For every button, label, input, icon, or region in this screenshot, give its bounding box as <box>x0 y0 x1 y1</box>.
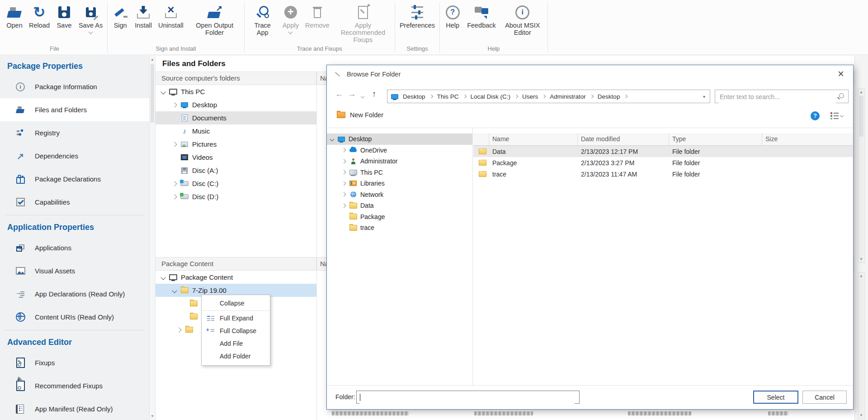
install-button[interactable]: Install <box>132 2 155 29</box>
view-dropdown-icon[interactable] <box>840 114 844 117</box>
icon-column-header[interactable] <box>473 133 489 145</box>
sign-button[interactable]: Sign <box>109 2 132 29</box>
dialog-tree-item-data[interactable]: Data <box>327 200 472 211</box>
chevron-expanded-icon[interactable] <box>172 288 177 293</box>
search-icon[interactable] <box>839 93 844 98</box>
chevron-collapsed-icon[interactable] <box>342 148 346 153</box>
dialog-tree-item-package[interactable]: Package <box>327 211 472 223</box>
menu-item-full-collapse[interactable]: Full Collapse <box>202 325 270 337</box>
help-button[interactable]: Help <box>441 2 464 29</box>
dialog-tree-item-desktop[interactable]: Desktop <box>327 134 472 145</box>
sidebar-item-package-declarations[interactable]: Package Declarations <box>0 167 149 191</box>
chevron-down-icon[interactable] <box>288 30 293 34</box>
menu-item-collapse[interactable]: Collapse <box>202 297 270 310</box>
sidebar-item-app-declarations[interactable]: App Declarations (Read Only) <box>0 282 149 305</box>
apply-button[interactable]: Apply <box>279 2 302 34</box>
menu-item-add-folder[interactable]: Add Folder <box>202 350 270 363</box>
file-row-package[interactable]: Package 2/13/2023 3:27 PM File folder <box>473 157 853 168</box>
sidebar-item-fixups[interactable]: Fixups <box>0 351 149 374</box>
breadcrumb-arrow-icon[interactable] <box>514 95 518 98</box>
tree-item-videos[interactable]: Videos <box>156 151 316 164</box>
help-icon[interactable] <box>811 111 820 120</box>
window-right-scrollbar[interactable]: ▲ ▼ ▲ ▼ <box>854 56 868 420</box>
column-header-type[interactable]: Type <box>669 133 762 145</box>
chevron-expanded-icon[interactable] <box>160 275 165 280</box>
file-row-data[interactable]: Data 2/13/2023 12:17 PM File folder <box>473 146 853 157</box>
open-button[interactable]: Open <box>3 2 26 29</box>
sidebar-item-package-information[interactable]: Package Information <box>0 75 149 98</box>
address-bar[interactable]: Desktop This PC Local Disk (C:) Users Ad… <box>387 90 710 103</box>
chevron-collapsed-icon[interactable] <box>342 192 346 197</box>
forward-arrow-icon[interactable]: → <box>348 89 356 99</box>
file-row-trace[interactable]: trace 2/13/2023 11:47 AM File folder <box>473 168 853 180</box>
scroll-up-icon[interactable]: ▲ <box>858 274 864 278</box>
uninstall-button[interactable]: Uninstall <box>155 2 187 29</box>
dialog-tree-item-trace[interactable]: trace <box>327 222 472 234</box>
breadcrumb-users[interactable]: Users <box>522 93 538 100</box>
chevron-collapsed-icon[interactable] <box>172 181 177 186</box>
chevron-collapsed-icon[interactable] <box>342 181 346 186</box>
column-header-size[interactable]: Size <box>762 133 853 145</box>
breadcrumb-desktop-2[interactable]: Desktop <box>598 93 620 100</box>
tree-item-this-pc[interactable]: This PC <box>156 85 316 98</box>
chevron-collapsed-icon[interactable] <box>172 142 177 147</box>
search-input[interactable] <box>719 91 836 103</box>
remove-button[interactable]: Remove <box>302 2 333 29</box>
cancel-button[interactable]: Cancel <box>802 391 847 404</box>
chevron-collapsed-icon[interactable] <box>342 170 346 175</box>
preferences-button[interactable]: Preferences <box>396 2 438 29</box>
tree-item-package-content[interactable]: Package Content <box>156 271 316 284</box>
menu-item-add-file[interactable]: Add File <box>202 337 270 350</box>
breadcrumb-arrow-icon[interactable] <box>624 95 627 98</box>
sidebar-item-registry[interactable]: Registry <box>0 121 149 144</box>
tree-item-documents[interactable]: Documents <box>156 111 316 124</box>
select-button[interactable]: Select <box>753 391 798 404</box>
apply-recommended-fixups-button[interactable]: Apply Recommended Fixups <box>333 2 393 44</box>
scroll-down-icon[interactable]: ▼ <box>150 414 155 418</box>
open-output-folder-button[interactable]: Open Output Folder <box>187 2 243 37</box>
breadcrumb-local-disk-c[interactable]: Local Disk (C:) <box>471 93 511 100</box>
scroll-up-icon[interactable]: ▲ <box>150 57 155 62</box>
sidebar-item-capabilities[interactable]: Capabilities <box>0 191 149 214</box>
sidebar-scrollbar[interactable]: ▲ ▼ <box>149 56 156 420</box>
sidebar-item-dependencies[interactable]: Dependencies <box>0 144 149 167</box>
sidebar-item-visual-assets[interactable]: Visual Assets <box>0 259 149 282</box>
tree-item-desktop[interactable]: Desktop <box>156 98 316 111</box>
dialog-tree-item-this-pc[interactable]: This PC <box>327 167 472 178</box>
scroll-down-icon[interactable]: ▼ <box>858 413 864 417</box>
sidebar-item-content-uris[interactable]: Content URIs (Read Only) <box>0 305 149 329</box>
dialog-tree-item-network[interactable]: Network <box>327 189 472 200</box>
breadcrumb-arrow-icon[interactable] <box>462 95 466 98</box>
column-header-date-modified[interactable]: Date modified <box>578 133 669 145</box>
dialog-tree-item-libraries[interactable]: Libraries <box>327 178 472 189</box>
chevron-collapsed-icon[interactable] <box>342 203 346 208</box>
dialog-tree-item-onedrive[interactable]: OneDrive <box>327 145 472 156</box>
history-dropdown-icon[interactable] <box>361 95 364 98</box>
scroll-down-icon[interactable]: ▼ <box>858 257 864 261</box>
sidebar-item-app-manifest[interactable]: App Manifest (Read Only) <box>0 397 149 420</box>
tree-item-disc-d[interactable]: Disc (D:) <box>156 190 316 203</box>
sidebar-item-recommended-fixups[interactable]: Recommended Fixups <box>0 374 149 397</box>
chevron-expanded-icon[interactable] <box>160 89 165 94</box>
tree-item-music[interactable]: Music <box>156 124 316 138</box>
tree-item-pictures[interactable]: Pictures <box>156 138 316 151</box>
breadcrumb-arrow-icon[interactable] <box>590 95 594 98</box>
chevron-collapsed-icon[interactable] <box>172 194 177 199</box>
feedback-button[interactable]: Feedback <box>464 2 499 29</box>
chevron-collapsed-icon[interactable] <box>342 159 346 163</box>
breadcrumb-administrator[interactable]: Administrator <box>550 93 586 100</box>
tree-item-disc-c[interactable]: Disc (C:) <box>156 177 316 190</box>
save-as-button[interactable]: Save As <box>75 2 106 34</box>
chevron-collapsed-icon[interactable] <box>172 102 177 107</box>
about-msix-editor-button[interactable]: About MSIX Editor <box>499 2 546 37</box>
sidebar-item-applications[interactable]: Applications <box>0 236 149 259</box>
new-folder-button[interactable]: New Folder <box>337 111 383 119</box>
trace-app-button[interactable]: Trace App <box>246 2 279 37</box>
chevron-down-icon[interactable] <box>89 30 93 34</box>
details-view-icon[interactable] <box>830 112 832 114</box>
save-button[interactable]: Save <box>53 2 75 29</box>
tree-item-disc-a[interactable]: Disc (A:) <box>156 164 316 177</box>
scrollbar-thumb[interactable] <box>151 64 154 123</box>
reload-button[interactable]: Reload <box>26 2 53 29</box>
breadcrumb-arrow-icon[interactable] <box>429 95 433 98</box>
